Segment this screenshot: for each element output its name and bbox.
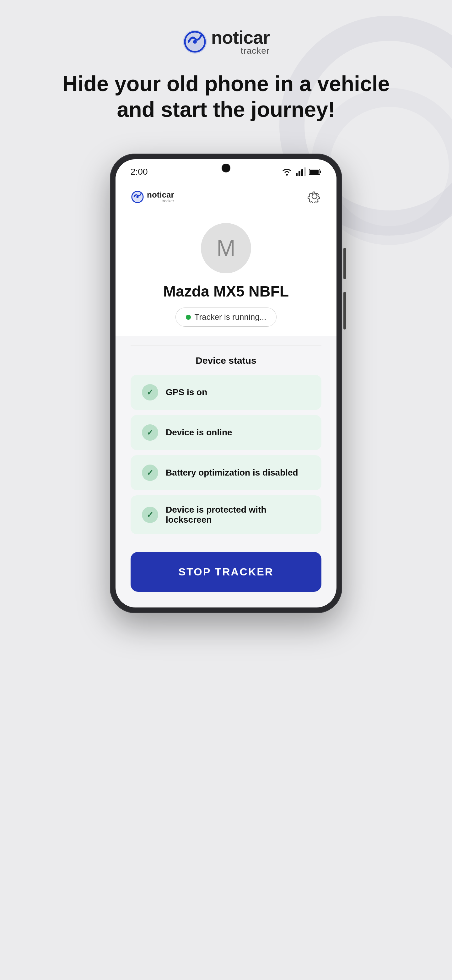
svg-rect-8 bbox=[310, 170, 319, 174]
svg-rect-4 bbox=[298, 171, 300, 176]
section-divider bbox=[130, 345, 322, 346]
vehicle-avatar: M bbox=[201, 223, 251, 273]
check-mark-battery: ✓ bbox=[147, 469, 154, 477]
check-circle-online: ✓ bbox=[142, 424, 158, 441]
app-logo-small-text: noticar tracker bbox=[147, 191, 174, 203]
svg-rect-5 bbox=[301, 169, 303, 176]
status-item-lockscreen: ✓ Device is protected with lockscreen bbox=[130, 495, 322, 534]
check-circle-battery: ✓ bbox=[142, 465, 158, 481]
svg-rect-6 bbox=[304, 167, 306, 176]
check-circle-lockscreen: ✓ bbox=[142, 507, 158, 523]
device-status-section: Device status ✓ GPS is on ✓ Device is on… bbox=[116, 355, 336, 534]
svg-rect-9 bbox=[320, 170, 321, 173]
app-header: noticar tracker bbox=[116, 180, 336, 210]
status-item-battery: ✓ Battery optimization is disabled bbox=[130, 455, 322, 490]
phone-mockup: 2:00 bbox=[110, 154, 342, 613]
settings-button[interactable] bbox=[308, 189, 322, 204]
svg-point-11 bbox=[136, 196, 139, 198]
status-item-online: ✓ Device is online bbox=[130, 415, 322, 450]
app-logo-small: noticar tracker bbox=[130, 190, 174, 204]
status-icons bbox=[281, 167, 322, 176]
logo-tracker: tracker bbox=[211, 46, 270, 55]
battery-icon bbox=[309, 168, 322, 176]
check-circle-gps: ✓ bbox=[142, 384, 158, 401]
app-logo-small-tracker: tracker bbox=[147, 199, 174, 203]
volume-button bbox=[343, 292, 346, 329]
logo-container: noticar tracker bbox=[182, 28, 270, 55]
status-time: 2:00 bbox=[130, 167, 148, 177]
power-button bbox=[343, 248, 346, 279]
status-label-lockscreen: Device is protected with lockscreen bbox=[166, 505, 310, 525]
tracker-status-text: Tracker is running... bbox=[195, 312, 266, 322]
vehicle-name: Mazda MX5 NBFL bbox=[163, 283, 289, 300]
app-logo-small-icon bbox=[130, 190, 144, 204]
tracker-status-badge: Tracker is running... bbox=[176, 307, 277, 327]
tracker-running-dot bbox=[186, 315, 191, 320]
signal-icon bbox=[296, 167, 306, 176]
phone-outer: 2:00 bbox=[110, 154, 342, 613]
svg-point-1 bbox=[193, 40, 197, 44]
status-label-battery: Battery optimization is disabled bbox=[166, 468, 298, 478]
stop-tracker-section: STOP TRACKER bbox=[116, 539, 336, 608]
phone-screen: 2:00 bbox=[116, 159, 336, 608]
header-section: noticar tracker Hide your old phone in a… bbox=[53, 28, 399, 147]
logo-text: noticar tracker bbox=[211, 28, 270, 55]
gear-icon bbox=[308, 189, 322, 203]
check-mark-online: ✓ bbox=[147, 428, 154, 437]
status-item-gps: ✓ GPS is on bbox=[130, 375, 322, 410]
stop-tracker-button[interactable]: STOP TRACKER bbox=[130, 552, 322, 592]
device-status-title: Device status bbox=[130, 355, 322, 366]
check-mark-gps: ✓ bbox=[147, 388, 154, 396]
check-mark-lockscreen: ✓ bbox=[147, 511, 154, 519]
status-label-gps: GPS is on bbox=[166, 387, 207, 397]
vehicle-avatar-letter: M bbox=[217, 235, 235, 261]
logo-noticar: noticar bbox=[211, 28, 270, 46]
app-logo-small-noticar: noticar bbox=[147, 191, 174, 199]
noticar-logo-icon bbox=[182, 29, 208, 54]
vehicle-section: M Mazda MX5 NBFL Tracker is running... bbox=[116, 210, 336, 336]
headline: Hide your old phone in a vehicle and sta… bbox=[53, 71, 399, 122]
status-label-online: Device is online bbox=[166, 428, 232, 438]
camera-notch bbox=[222, 164, 230, 172]
svg-rect-3 bbox=[296, 173, 298, 176]
wifi-icon bbox=[281, 167, 293, 176]
svg-point-2 bbox=[286, 174, 288, 176]
